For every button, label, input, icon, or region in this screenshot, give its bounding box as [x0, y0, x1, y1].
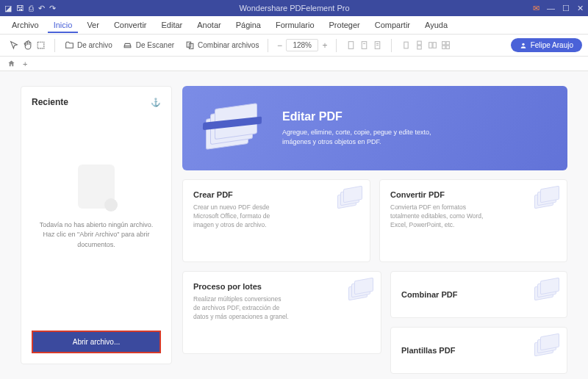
- tabbar: +: [0, 57, 588, 71]
- toolbar-divider: [268, 39, 268, 52]
- view-continuous-icon[interactable]: [414, 40, 424, 51]
- open-file-button[interactable]: De archivo: [61, 38, 115, 53]
- from-scanner-label: De Escaner: [136, 41, 174, 49]
- recent-empty-text: Todavía no has abierto ningún archivo. H…: [35, 220, 158, 250]
- menu-proteger[interactable]: Proteger: [323, 18, 366, 32]
- create-pdf-desc: Crear un nuevo PDF desde Microsoft Offic…: [193, 203, 289, 230]
- toolbar-divider: [336, 39, 337, 52]
- scanner-icon: [123, 40, 133, 51]
- create-pdf-card[interactable]: Crear PDF Crear un nuevo PDF desde Micro…: [182, 179, 370, 262]
- notification-icon[interactable]: ✉: [533, 4, 539, 13]
- folder-icon: [64, 40, 74, 51]
- toolbar-divider: [54, 39, 55, 52]
- redo-icon[interactable]: ↷: [49, 4, 56, 13]
- convert-pdf-desc: Convierta PDF en formatos totalmente edi…: [390, 203, 486, 230]
- edit-pdf-title: Editar PDF: [282, 110, 451, 123]
- menu-ver[interactable]: Ver: [81, 18, 105, 32]
- close-button[interactable]: ✕: [577, 4, 584, 13]
- hand-icon[interactable]: [22, 40, 32, 51]
- window-controls: ✉ — ☐ ✕: [533, 4, 584, 13]
- minimize-button[interactable]: —: [547, 4, 555, 12]
- home-content: Reciente ⚓ Todavía no has abierto ningún…: [0, 71, 588, 379]
- toolbar-divider: [391, 39, 392, 52]
- new-tab-button[interactable]: +: [23, 59, 27, 68]
- user-name: Felipe Araujo: [531, 41, 573, 49]
- recent-panel: Reciente ⚓ Todavía no has abierto ningún…: [21, 86, 172, 364]
- svg-rect-13: [442, 46, 445, 48]
- batch-process-icon: [347, 279, 373, 300]
- svg-rect-14: [446, 46, 449, 48]
- templates-pdf-icon: [533, 335, 559, 355]
- view-facing-continuous-icon[interactable]: [440, 40, 451, 51]
- combine-files-label: Combinar archivos: [198, 41, 259, 49]
- actions-grid: Editar PDF Agregue, elimine, corte, copi…: [182, 86, 567, 364]
- empty-document-icon: [78, 165, 115, 209]
- select-icon[interactable]: [35, 40, 46, 51]
- svg-rect-7: [417, 41, 420, 45]
- view-facing-icon[interactable]: [427, 40, 437, 51]
- templates-pdf-card[interactable]: Plantillas PDF: [390, 327, 567, 374]
- menu-anotar[interactable]: Anotar: [191, 18, 226, 32]
- svg-rect-10: [433, 43, 436, 48]
- user-icon: [520, 42, 527, 49]
- create-pdf-icon: [336, 187, 362, 208]
- pointer-icon[interactable]: [9, 40, 19, 51]
- convert-pdf-title: Convertir PDF: [390, 190, 556, 199]
- menu-archivo[interactable]: Archivo: [6, 18, 45, 32]
- open-file-label: De archivo: [77, 41, 112, 49]
- svg-rect-9: [429, 43, 431, 48]
- save-icon[interactable]: 🖫: [16, 4, 24, 12]
- page-width-icon[interactable]: [345, 40, 356, 51]
- menu-formulario[interactable]: Formulario: [270, 18, 320, 32]
- combine-files-button[interactable]: Combinar archivos: [182, 38, 262, 53]
- undo-icon[interactable]: ↶: [38, 4, 45, 13]
- batch-process-title: Proceso por lotes: [193, 282, 370, 291]
- titlebar: ◪ 🖫 ⎙ ↶ ↷ Wondershare PDFelement Pro ✉ —…: [0, 0, 588, 16]
- svg-rect-0: [37, 42, 44, 48]
- menu-convertir[interactable]: Convertir: [108, 18, 153, 32]
- edit-pdf-card[interactable]: Editar PDF Agregue, elimine, corte, copi…: [182, 86, 567, 170]
- titlebar-left-icons: ◪ 🖫 ⎙ ↶ ↷: [4, 4, 56, 13]
- convert-pdf-icon: [533, 187, 559, 208]
- menu-compartir[interactable]: Compartir: [369, 18, 416, 32]
- recent-title: Reciente: [32, 97, 68, 107]
- convert-pdf-card[interactable]: Convertir PDF Convierta PDF en formatos …: [379, 179, 567, 262]
- menu-editar[interactable]: Editar: [156, 18, 189, 32]
- maximize-button[interactable]: ☐: [562, 4, 570, 13]
- edit-pdf-desc: Agregue, elimine, corte, copie, pegue y …: [282, 128, 451, 146]
- svg-rect-6: [404, 42, 407, 48]
- toolbar: De archivo De Escaner Combinar archivos …: [0, 35, 588, 57]
- menubar: Archivo Inicio Ver Convertir Editar Anot…: [0, 16, 588, 35]
- menu-ayuda[interactable]: Ayuda: [419, 18, 453, 32]
- batch-process-card[interactable]: Proceso por lotes Realizar múltiples con…: [182, 271, 381, 354]
- combine-pdf-icon: [533, 279, 559, 300]
- zoom-in-icon[interactable]: +: [320, 40, 330, 51]
- combine-pdf-card[interactable]: Combinar PDF: [390, 271, 567, 318]
- print-icon[interactable]: ⎙: [29, 4, 34, 12]
- from-scanner-button[interactable]: De Escaner: [120, 38, 177, 53]
- menu-pagina[interactable]: Página: [230, 18, 267, 32]
- batch-process-desc: Realizar múltiples conversiones de archi…: [193, 295, 289, 322]
- svg-rect-12: [446, 42, 449, 45]
- app-title: Wondershare PDFelement Pro: [56, 4, 533, 12]
- svg-point-15: [522, 43, 524, 45]
- svg-rect-8: [417, 46, 420, 49]
- pin-icon[interactable]: ⚓: [151, 98, 161, 107]
- recent-empty-state: Todavía no has abierto ningún archivo. H…: [32, 113, 161, 331]
- page-fit-icon[interactable]: [359, 40, 369, 51]
- app-logo-icon: ◪: [4, 4, 12, 13]
- svg-rect-11: [442, 42, 445, 45]
- create-pdf-title: Crear PDF: [193, 190, 359, 199]
- home-tab-icon[interactable]: [7, 59, 15, 68]
- svg-rect-3: [348, 42, 354, 49]
- svg-rect-4: [362, 42, 367, 49]
- page-actual-icon[interactable]: [372, 40, 382, 51]
- edit-pdf-illustration: [198, 99, 265, 158]
- open-file-main-button[interactable]: Abrir archivo...: [32, 331, 161, 353]
- zoom-control: − 128% +: [274, 39, 330, 51]
- user-account-button[interactable]: Felipe Araujo: [511, 38, 582, 52]
- view-single-icon[interactable]: [401, 40, 411, 51]
- zoom-value[interactable]: 128%: [286, 39, 318, 51]
- zoom-out-icon[interactable]: −: [274, 40, 284, 51]
- menu-inicio[interactable]: Inicio: [48, 18, 79, 33]
